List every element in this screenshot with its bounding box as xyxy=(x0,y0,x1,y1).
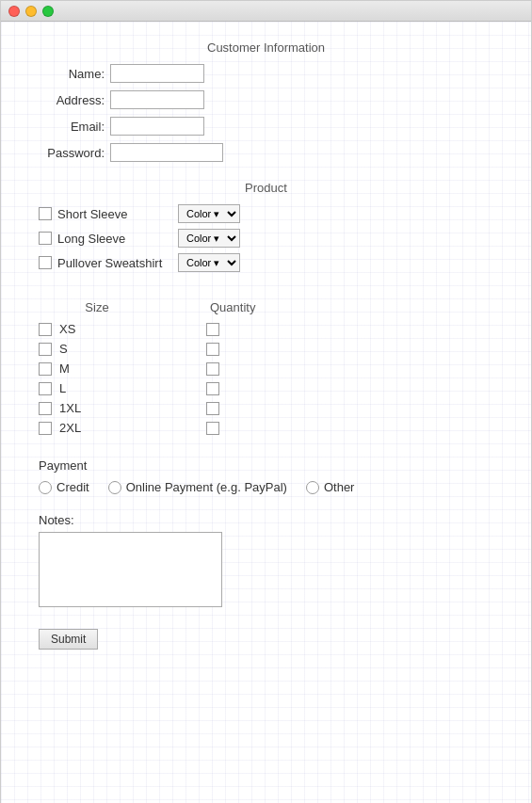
payment-other-radio[interactable] xyxy=(306,481,319,494)
submit-button[interactable]: Submit xyxy=(39,629,98,650)
payment-section: Payment Credit Online Payment (e.g. PayP… xyxy=(39,458,493,494)
notes-label: Notes: xyxy=(39,513,493,527)
payment-online-option: Online Payment (e.g. PayPal) xyxy=(108,480,287,494)
quantity-header: Quantity xyxy=(210,300,255,314)
payment-title: Payment xyxy=(39,458,493,473)
product-title: Product xyxy=(39,181,493,195)
minimize-button[interactable] xyxy=(25,6,37,17)
size-s-label: S xyxy=(59,342,116,356)
email-label: Email: xyxy=(39,120,105,134)
payment-options-group: Credit Online Payment (e.g. PayPal) Othe… xyxy=(39,480,493,494)
size-row-s: S xyxy=(39,342,493,356)
customer-info-title: Customer Information xyxy=(39,40,493,55)
address-label: Address: xyxy=(39,93,105,107)
qty-2xl-checkbox[interactable] xyxy=(206,422,219,435)
name-input[interactable] xyxy=(110,64,204,83)
long-sleeve-color-select[interactable]: Color ▾ Red Blue Green White Black xyxy=(178,229,240,248)
product-row-3: Pullover Sweatshirt Color ▾ Red Blue Gre… xyxy=(39,253,493,272)
size-xs-label: XS xyxy=(59,322,116,336)
qty-l-checkbox[interactable] xyxy=(206,382,219,395)
payment-credit-option: Credit xyxy=(39,480,89,494)
name-label: Name: xyxy=(39,67,105,81)
payment-other-option: Other xyxy=(306,480,355,494)
size-1xl-checkbox[interactable] xyxy=(39,402,52,415)
password-field-group: Password: xyxy=(39,143,493,162)
long-sleeve-checkbox[interactable] xyxy=(39,232,52,245)
product-row-2: Long Sleeve Color ▾ Red Blue Green White… xyxy=(39,229,493,248)
pullover-label: Pullover Sweatshirt xyxy=(57,256,170,270)
email-field-group: Email: xyxy=(39,117,493,136)
product-section: Product Short Sleeve Color ▾ Red Blue Gr… xyxy=(39,181,493,272)
size-l-checkbox[interactable] xyxy=(39,382,52,395)
payment-credit-radio[interactable] xyxy=(39,481,52,494)
address-input[interactable] xyxy=(110,90,204,109)
payment-other-label: Other xyxy=(324,480,355,494)
payment-online-radio[interactable] xyxy=(108,481,121,494)
product-row-1: Short Sleeve Color ▾ Red Blue Green Whit… xyxy=(39,204,493,223)
customer-info-section: Customer Information Name: Address: Emai… xyxy=(39,40,493,162)
size-quantity-section: Size Quantity XS S M xyxy=(39,300,493,435)
title-bar xyxy=(1,1,531,22)
payment-online-label: Online Payment (e.g. PayPal) xyxy=(126,480,287,494)
qty-xs-checkbox[interactable] xyxy=(206,323,219,336)
size-row-l: L xyxy=(39,381,493,395)
long-sleeve-checkbox-group: Long Sleeve xyxy=(39,232,170,246)
short-sleeve-checkbox[interactable] xyxy=(39,207,52,220)
long-sleeve-label: Long Sleeve xyxy=(57,232,170,246)
submit-button-container: Submit xyxy=(39,629,493,650)
pullover-checkbox-group: Pullover Sweatshirt xyxy=(39,256,170,270)
qty-1xl-checkbox[interactable] xyxy=(206,402,219,415)
payment-credit-label: Credit xyxy=(56,480,89,494)
qty-m-checkbox[interactable] xyxy=(206,362,219,376)
size-header: Size xyxy=(59,300,135,314)
size-2xl-label: 2XL xyxy=(59,421,116,435)
notes-textarea[interactable] xyxy=(39,532,222,607)
notes-section: Notes: xyxy=(39,513,493,610)
size-l-label: L xyxy=(59,381,116,395)
size-row-1xl: 1XL xyxy=(39,401,493,415)
size-s-checkbox[interactable] xyxy=(39,343,52,356)
size-2xl-checkbox[interactable] xyxy=(39,422,52,435)
password-input[interactable] xyxy=(110,143,223,162)
size-m-checkbox[interactable] xyxy=(39,362,52,376)
password-label: Password: xyxy=(39,146,105,160)
email-input[interactable] xyxy=(110,117,204,136)
pullover-color-select[interactable]: Color ▾ Red Blue Green White Black xyxy=(178,253,240,272)
size-row-m: M xyxy=(39,361,493,376)
main-content: Customer Information Name: Address: Emai… xyxy=(1,22,531,803)
address-field-group: Address: xyxy=(39,90,493,109)
short-sleeve-color-select[interactable]: Color ▾ Red Blue Green White Black xyxy=(178,204,240,223)
maximize-button[interactable] xyxy=(42,6,54,17)
size-m-label: M xyxy=(59,361,116,376)
size-xs-checkbox[interactable] xyxy=(39,323,52,336)
main-window: Customer Information Name: Address: Emai… xyxy=(0,0,532,803)
size-row-xs: XS xyxy=(39,322,493,336)
short-sleeve-checkbox-group: Short Sleeve xyxy=(39,207,170,221)
size-row-2xl: 2XL xyxy=(39,421,493,435)
close-button[interactable] xyxy=(8,6,20,17)
size-1xl-label: 1XL xyxy=(59,401,116,415)
short-sleeve-label: Short Sleeve xyxy=(57,207,170,221)
pullover-checkbox[interactable] xyxy=(39,256,52,269)
qty-s-checkbox[interactable] xyxy=(206,343,219,356)
name-field-group: Name: xyxy=(39,64,493,83)
